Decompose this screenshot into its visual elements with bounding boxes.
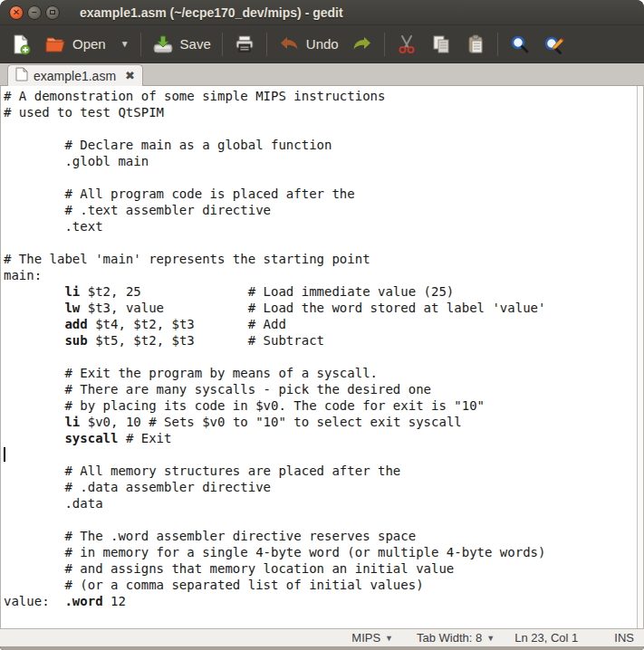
paste-button[interactable] — [458, 30, 493, 59]
new-document-button[interactable] — [4, 30, 38, 59]
close-window-button[interactable]: ✕ — [9, 5, 24, 20]
code-line — [4, 234, 643, 251]
undo-button-label: Undo — [306, 36, 339, 52]
open-recent-dropdown[interactable]: ▼ — [112, 35, 136, 53]
code-line — [4, 349, 643, 365]
code-line: # used to test QtSPIM — [4, 104, 643, 120]
open-button[interactable]: Open — [38, 30, 112, 59]
toolbar-separator — [140, 33, 141, 56]
tab-width-label: Tab Width: 8 — [417, 631, 482, 645]
code-line: .data — [4, 495, 643, 511]
code-line: # There are many syscalls - pick the des… — [4, 381, 643, 397]
code-line — [4, 169, 643, 186]
maximize-window-button[interactable] — [45, 5, 60, 20]
gedit-window: ✕ − example1.asm (~/ecpe170_dev/mips) - … — [0, 0, 644, 650]
toolbar-separator — [384, 33, 385, 56]
code-line: syscall # Exit — [4, 430, 643, 446]
paste-clipboard-icon — [465, 33, 486, 55]
tab-bar: example1.asm ✖ — [0, 63, 644, 86]
code-line: # All memory structures are placed after… — [4, 463, 643, 479]
tab-label: example1.asm — [34, 69, 116, 83]
search-icon — [509, 33, 531, 55]
insert-mode-label: INS — [614, 631, 634, 645]
language-selector[interactable]: MIPS ▼ — [351, 631, 393, 645]
minimize-window-button[interactable]: − — [27, 5, 42, 20]
open-button-label: Open — [72, 36, 106, 52]
toolbar-separator — [497, 33, 498, 56]
search-replace-icon — [543, 33, 565, 55]
code-line: # A demonstration of some simple MIPS in… — [4, 88, 643, 104]
code-line — [4, 446, 643, 463]
statusbar: MIPS ▼ Tab Width: 8 ▼ Ln 23, Col 1 INS — [0, 628, 644, 646]
maximize-icon — [50, 10, 55, 14]
code-line: # The .word assembler directive reserves… — [4, 528, 643, 544]
toolbar: Open ▼ Save Undo — [0, 25, 644, 63]
chevron-down-icon: ▼ — [385, 634, 393, 643]
document-icon — [15, 67, 28, 84]
save-icon — [152, 33, 174, 55]
code-line: li $v0, 10 # Sets $v0 to "10" to select … — [4, 414, 643, 430]
vertical-scrollbar[interactable] — [637, 86, 643, 628]
save-button-label: Save — [180, 36, 211, 52]
undo-button[interactable]: Undo — [272, 30, 345, 59]
copy-icon — [430, 33, 452, 55]
redo-button[interactable] — [345, 30, 380, 59]
code-line: # The label 'main' represents the starti… — [4, 251, 643, 267]
find-button[interactable] — [503, 30, 537, 59]
code-line: # by placing its code in $v0. The code f… — [4, 397, 643, 414]
open-folder-icon — [44, 33, 66, 55]
code-line: # (or a comma separated list of initial … — [4, 577, 643, 593]
cut-scissors-icon — [396, 33, 418, 55]
code-line: .text — [4, 218, 643, 234]
undo-icon — [278, 33, 300, 55]
code-line: add $t4, $t2, $t3 # Add — [4, 316, 643, 332]
print-button[interactable] — [227, 30, 262, 59]
new-document-icon — [10, 33, 32, 55]
window-bottom-edge — [0, 646, 644, 650]
chevron-down-icon: ▼ — [120, 39, 130, 49]
code-line: .globl main — [4, 153, 643, 169]
code-line: sub $t5, $t2, $t3 # Subtract — [4, 332, 643, 349]
code-line: # All program code is placed after the — [4, 186, 643, 202]
language-label: MIPS — [351, 631, 380, 645]
copy-button[interactable] — [424, 30, 458, 59]
code-line: value: .word 12 — [4, 593, 643, 609]
text-editor-area[interactable]: # A demonstration of some simple MIPS in… — [0, 86, 644, 628]
code-line: # Declare main as a global function — [4, 137, 643, 153]
tab-example1-asm[interactable]: example1.asm ✖ — [7, 64, 143, 86]
code-line — [4, 511, 643, 528]
tab-close-icon[interactable]: ✖ — [125, 69, 135, 82]
chevron-down-icon: ▼ — [486, 634, 495, 643]
code-line: li $t2, 25 # Load immediate value (25) — [4, 283, 643, 300]
code-line: main: — [4, 267, 643, 283]
code-line: # .data assembler directive — [4, 479, 643, 495]
code-content: # A demonstration of some simple MIPS in… — [1, 86, 643, 609]
cut-button[interactable] — [389, 30, 424, 59]
text-cursor — [4, 447, 5, 462]
code-line: # .text assembler directive — [4, 202, 643, 218]
code-line: # Exit the program by means of a syscall… — [4, 365, 643, 381]
code-line: # and assigns that memory location an in… — [4, 560, 643, 577]
code-line — [4, 120, 643, 137]
tab-width-selector[interactable]: Tab Width: 8 ▼ — [417, 631, 495, 645]
titlebar: ✕ − example1.asm (~/ecpe170_dev/mips) - … — [0, 0, 644, 25]
redo-icon — [351, 33, 373, 55]
toolbar-separator — [222, 33, 223, 56]
cursor-position-label: Ln 23, Col 1 — [514, 631, 578, 645]
find-replace-button[interactable] — [537, 30, 572, 59]
window-title: example1.asm (~/ecpe170_dev/mips) - gedi… — [80, 5, 343, 20]
print-icon — [234, 33, 255, 55]
code-line: # in memory for a single 4-byte word (or… — [4, 544, 643, 560]
code-line: lw $t3, value # Load the word stored at … — [4, 300, 643, 316]
save-button[interactable]: Save — [146, 30, 217, 59]
toolbar-separator — [266, 33, 267, 56]
